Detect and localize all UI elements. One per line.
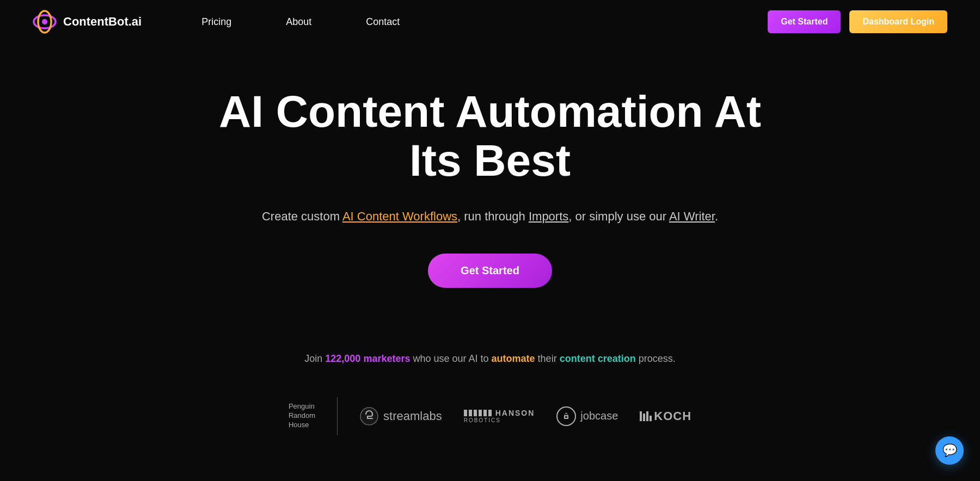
jobcase-logo: jobcase	[556, 406, 618, 426]
streamlabs-icon	[359, 406, 379, 426]
chat-widget[interactable]: 💬	[935, 436, 964, 465]
koch-logo: KOCH	[640, 409, 691, 423]
penguin-logo-text: PenguinRandomHouse	[289, 402, 315, 430]
social-proof-mid1: who use our AI to	[413, 353, 488, 364]
header-right: Get Started Dashboard Login	[768, 10, 947, 33]
social-proof-section: Join 122,000 marketers who use our AI to…	[0, 320, 980, 386]
hero-subtitle: Create custom AI Content Workflows, run …	[262, 207, 718, 226]
social-proof-mid2: their	[538, 353, 557, 364]
streamlabs-logo: streamlabs	[359, 406, 442, 426]
subtitle-link-writer[interactable]: AI Writer	[669, 209, 715, 223]
subtitle-link-workflows[interactable]: AI Content Workflows	[342, 209, 457, 223]
hero-section: AI Content Automation At Its Best Create…	[0, 44, 980, 320]
social-proof-content-creation: content creation	[560, 353, 636, 364]
nav-pricing[interactable]: Pricing	[174, 11, 259, 33]
hanson-robotics-logo: HANSON ROBOTICS	[464, 409, 535, 423]
subtitle-mid2: , or simply use our	[568, 209, 666, 223]
header: ContentBot.ai Pricing About Contact Get …	[0, 0, 980, 44]
svg-rect-5	[565, 416, 567, 418]
social-proof-count: 122,000 marketers	[325, 353, 410, 364]
header-left: ContentBot.ai Pricing About Contact	[33, 10, 427, 34]
jobcase-icon-svg	[561, 411, 572, 422]
logo[interactable]: ContentBot.ai	[33, 10, 142, 34]
header-dashboard-login-button[interactable]: Dashboard Login	[849, 10, 947, 33]
hero-get-started-button[interactable]: Get Started	[428, 254, 552, 288]
svg-point-2	[42, 19, 47, 24]
jobcase-text: jobcase	[580, 410, 618, 422]
social-proof-prefix: Join	[304, 353, 322, 364]
partner-logos-section: PenguinRandomHouse streamlabs HANSON ROB…	[0, 386, 980, 468]
logo-divider-1	[337, 397, 338, 435]
nav-contact[interactable]: Contact	[339, 11, 427, 33]
subtitle-prefix: Create custom	[262, 209, 340, 223]
nav-about[interactable]: About	[259, 11, 339, 33]
koch-text: KOCH	[654, 409, 691, 423]
social-proof-suffix: process.	[639, 353, 676, 364]
logo-text: ContentBot.ai	[63, 15, 142, 29]
main-nav: Pricing About Contact	[174, 11, 427, 33]
contentbot-logo-icon	[33, 10, 57, 34]
header-get-started-button[interactable]: Get Started	[768, 10, 841, 33]
chat-icon: 💬	[942, 443, 957, 458]
penguin-logo: PenguinRandomHouse	[289, 402, 315, 430]
subtitle-mid1: , run through	[457, 209, 525, 223]
streamlabs-text: streamlabs	[383, 409, 442, 423]
subtitle-suffix: .	[715, 209, 718, 223]
social-proof-automate: automate	[492, 353, 535, 364]
hero-title: AI Content Automation At Its Best	[191, 87, 789, 185]
subtitle-link-imports[interactable]: Imports	[529, 209, 568, 223]
